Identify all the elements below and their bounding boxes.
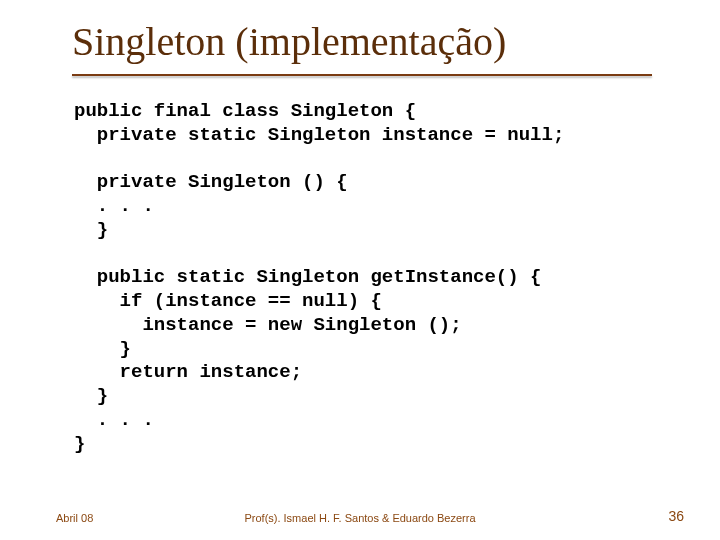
footer-authors: Prof(s). Ismael H. F. Santos & Eduardo B… [0, 512, 720, 524]
slide: Singleton (implementação) public final c… [0, 0, 720, 540]
slide-title: Singleton (implementação) [72, 18, 506, 65]
code-block: public final class Singleton { private s… [74, 100, 564, 456]
title-underline [72, 74, 652, 76]
footer-page-number: 36 [668, 508, 684, 524]
